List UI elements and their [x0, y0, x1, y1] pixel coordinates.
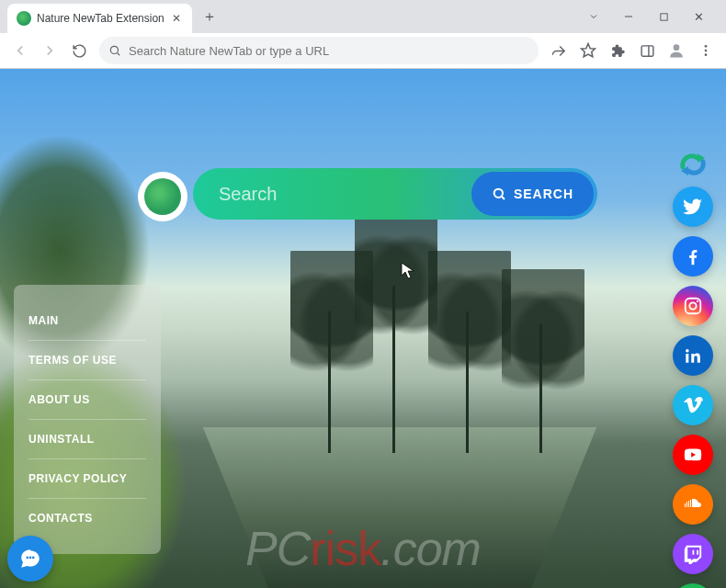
social-linkedin-button[interactable]: [673, 335, 713, 376]
svg-point-19: [26, 557, 28, 560]
svg-point-7: [674, 44, 680, 51]
profile-avatar-icon[interactable]: [664, 38, 689, 63]
svg-rect-1: [660, 13, 666, 19]
svg-point-20: [29, 557, 32, 560]
chat-bubble-button[interactable]: [7, 536, 53, 582]
social-vimeo-button[interactable]: [673, 385, 713, 425]
back-button[interactable]: [7, 38, 33, 63]
new-tab-button[interactable]: ＋: [198, 5, 221, 28]
svg-point-2: [110, 46, 118, 53]
logo-icon: [144, 178, 181, 215]
menu-item-uninstall[interactable]: UNINSTALL: [28, 420, 146, 459]
svg-point-8: [705, 45, 708, 48]
svg-point-10: [705, 53, 708, 56]
bookmark-star-icon[interactable]: [575, 38, 601, 63]
svg-line-13: [502, 197, 505, 199]
chevron-down-icon[interactable]: [583, 6, 605, 28]
side-panel-icon[interactable]: [634, 38, 660, 63]
social-soundcloud-button[interactable]: [673, 484, 713, 525]
social-facebook-button[interactable]: [673, 236, 713, 277]
menu-item-contacts[interactable]: CONTACTS: [28, 499, 146, 537]
omnibox-placeholder: Search Nature NewTab or type a URL: [129, 44, 529, 58]
side-menu: MAIN TERMS OF USE ABOUT US UNINSTALL PRI…: [14, 285, 161, 554]
social-spotify-button[interactable]: [673, 583, 713, 588]
address-bar[interactable]: Search Nature NewTab or type a URL: [99, 37, 539, 64]
window-controls: ✕: [583, 6, 719, 28]
tab-favicon-icon: [17, 11, 31, 26]
svg-line-3: [118, 53, 120, 56]
maximize-button[interactable]: [652, 6, 675, 28]
svg-point-18: [697, 300, 698, 302]
svg-rect-5: [641, 45, 653, 55]
close-window-button[interactable]: ✕: [687, 6, 709, 28]
menu-item-about[interactable]: ABOUT US: [28, 380, 146, 420]
search-input[interactable]: [219, 184, 471, 205]
toolbar: Search Nature NewTab or type a URL: [0, 33, 726, 68]
forward-button[interactable]: [37, 38, 62, 63]
background-trees-center: [290, 214, 584, 490]
search-bar: SEARCH: [193, 168, 597, 220]
cursor-icon: [401, 262, 415, 284]
minimize-button[interactable]: [618, 6, 640, 28]
svg-point-9: [705, 50, 708, 52]
svg-point-17: [689, 302, 696, 309]
search-button-label: SEARCH: [514, 187, 573, 201]
menu-item-privacy[interactable]: PRIVACY POLICY: [28, 459, 146, 499]
search-icon: [108, 44, 121, 57]
refresh-icon[interactable]: [674, 150, 712, 177]
menu-item-terms[interactable]: TERMS OF USE: [28, 341, 146, 380]
menu-dots-icon[interactable]: [693, 38, 719, 63]
svg-marker-4: [582, 44, 596, 57]
share-icon[interactable]: [546, 38, 572, 63]
tab-title: Nature NewTab Extension: [37, 12, 164, 25]
social-rail: [673, 150, 713, 588]
tab-bar: Nature NewTab Extension ✕ ＋ ✕: [0, 0, 726, 33]
search-button[interactable]: SEARCH: [471, 172, 594, 216]
social-youtube-button[interactable]: [673, 435, 713, 475]
reload-button[interactable]: [66, 38, 92, 63]
browser-tab[interactable]: Nature NewTab Extension ✕: [7, 4, 192, 33]
search-icon: [492, 187, 506, 201]
social-instagram-button[interactable]: [673, 286, 713, 326]
svg-point-21: [32, 557, 35, 560]
social-twitch-button[interactable]: [673, 534, 713, 574]
site-logo: [138, 172, 187, 221]
extensions-icon[interactable]: [605, 38, 630, 63]
browser-chrome: Nature NewTab Extension ✕ ＋ ✕: [0, 0, 726, 69]
social-twitter-button[interactable]: [673, 187, 713, 227]
menu-item-main[interactable]: MAIN: [28, 301, 146, 341]
svg-point-12: [494, 189, 503, 198]
page-viewport: SEARCH MAIN TERMS OF USE ABOUT US UNINST…: [0, 69, 726, 588]
close-tab-button[interactable]: ✕: [170, 12, 183, 25]
